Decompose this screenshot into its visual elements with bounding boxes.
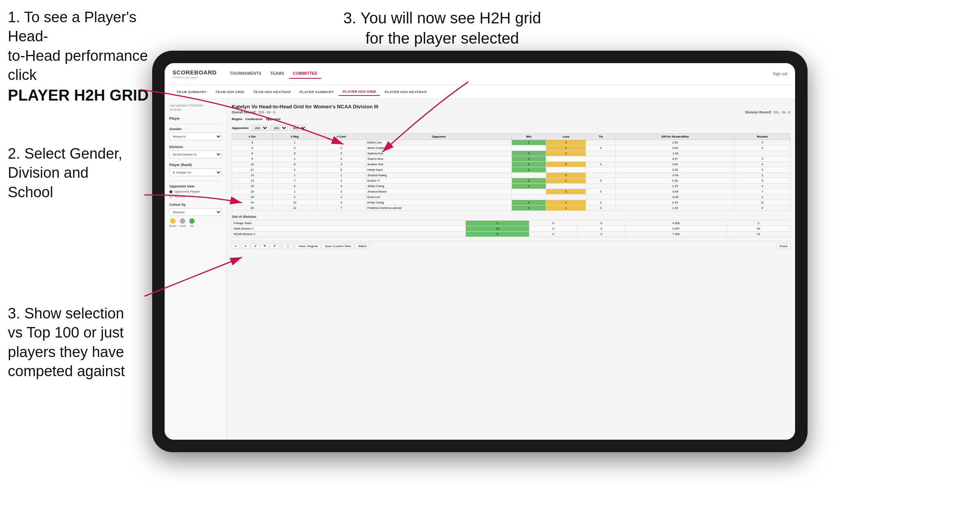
- table-row: 16 1 3 Jessica Mason 2 0 -0.94 7: [232, 189, 790, 195]
- table-row: 13 1 1 Jessica Huang 0 -3.00 2: [232, 173, 790, 178]
- sub-nav-player-summary[interactable]: PLAYER SUMMARY: [296, 88, 338, 95]
- sign-out[interactable]: Sign out: [773, 72, 787, 76]
- radio-top100[interactable]: Top 100: [169, 195, 222, 198]
- logo-text: SCOREBOARD: [172, 69, 217, 76]
- copy-btn[interactable]: ⧉: [261, 243, 269, 249]
- division-section: Division NCAA Division III: [169, 145, 222, 158]
- gender-select[interactable]: Women's: [169, 133, 222, 140]
- opponents-filter-row: Opponents: (All) (All) (All): [232, 125, 790, 131]
- toolbar-sep-2: [294, 243, 294, 249]
- bottom-toolbar: ↩ ↩ ↺ ⧉ ↺· 🕐 View: Original Save Custom …: [232, 241, 790, 251]
- col-diff: Diff Av Strokes/Rnd: [616, 134, 735, 140]
- powered-by-text: Powered by clippd: [172, 76, 217, 79]
- radio-dot-selected: [169, 190, 172, 193]
- table-row: 19 10 6 Emily Chang 4 1 0 0.30 11: [232, 200, 790, 205]
- division-select[interactable]: NCAA Division III: [169, 150, 222, 158]
- record-row: Overall Record: 353 - 34 - 6 Division Re…: [232, 110, 790, 114]
- nav-tournaments[interactable]: TOURNAMENTS: [226, 69, 265, 79]
- clock-btn[interactable]: 🕐: [283, 243, 292, 249]
- filter-conference: Conference: [245, 117, 263, 122]
- table-row: 15 8 5 Stella Cheng 1 1.25 4: [232, 184, 790, 189]
- sub-nav-player-h2h-heatmap[interactable]: PLAYER H2H HEATMAP: [381, 88, 431, 95]
- instruction-2: 2. Select Gender, Division and School: [8, 144, 123, 202]
- opponent-view-section: Opponent view Opponents Played Top 100: [169, 184, 222, 198]
- sub-nav-team-h2h-heatmap[interactable]: TEAM H2H HEATMAP: [249, 88, 295, 95]
- conference-select-filter[interactable]: (All): [271, 125, 288, 131]
- instruction-1: 1. To see a Player's Head- to-Head perfo…: [8, 8, 156, 105]
- legend-level: Level: [179, 218, 186, 227]
- legend-dot-gray: [180, 218, 185, 224]
- opponents-label: Opponents:: [232, 126, 249, 130]
- table-row: 20 11 7 Federica Domecq Lacroze 2 1 0 1.…: [232, 205, 790, 211]
- share-btn[interactable]: Share: [777, 243, 790, 249]
- main-nav: TOURNAMENTS TEAMS COMMITTEE: [226, 69, 321, 79]
- right-content: Katelyn Vo Head-to-Head Grid for Women's…: [227, 99, 795, 440]
- division-label: Division: [169, 145, 222, 149]
- watch-btn[interactable]: Watch: [355, 243, 369, 249]
- col-loss: Loss: [546, 134, 586, 140]
- legend-dot-yellow: [170, 218, 176, 224]
- player-label: Player: [169, 117, 222, 120]
- colour-by-section: Colour by Win/loss Down Level: [169, 203, 222, 227]
- opponent-view-label: Opponent view: [169, 184, 222, 188]
- toolbar-sep-1: [281, 243, 281, 249]
- player-rank-label: Player (Rank): [169, 163, 222, 167]
- table-row: 11 2 5 Heejo Hyun 1 3.33 3: [232, 167, 790, 173]
- radio-opponents-played[interactable]: Opponents Played: [169, 190, 222, 193]
- legend-down: Down: [169, 218, 176, 227]
- table-row: 10 6 3 Andrea York 2 0 0 4.00 4: [232, 162, 790, 167]
- filter-region: Region: [232, 117, 242, 122]
- opponent-select-filter[interactable]: (All): [290, 125, 307, 131]
- undo2-btn[interactable]: ↺: [251, 243, 259, 249]
- scoreboard-logo: SCOREBOARD Powered by clippd: [172, 69, 217, 79]
- col-div: # Div: [232, 134, 273, 140]
- app-header: SCOREBOARD Powered by clippd TOURNAMENTS…: [165, 63, 795, 85]
- sub-nav-player-h2h-grid[interactable]: PLAYER H2H GRID: [339, 88, 380, 96]
- player-section: Player Gender Women's: [169, 117, 222, 140]
- out-of-division-table: Foreign Team 1 0 0 4.500 2 NAIA Division…: [232, 220, 790, 237]
- redo-btn[interactable]: ↩: [241, 243, 250, 249]
- player-rank-section: Player (Rank) 8. Katelyn Vo: [169, 163, 222, 176]
- nav-committee[interactable]: COMMITTEE: [289, 69, 321, 79]
- last-updated: Last Updated: 27/03/2024 16:55:38: [169, 104, 222, 112]
- left-panel: Last Updated: 27/03/2024 16:55:38 Player…: [165, 99, 227, 440]
- out-table-row: NCAA Division 2 5 0 0 7.400 10: [232, 232, 790, 237]
- sub-nav-team-summary[interactable]: TEAM SUMMARY: [172, 88, 211, 95]
- legend-up: Up: [189, 218, 195, 227]
- table-row: 5 2 2 Alexis Sudjianto 1 0 4.00 3: [232, 145, 790, 151]
- nav-teams[interactable]: TEAMS: [266, 69, 288, 79]
- colour-legend: Down Level Up: [169, 218, 222, 227]
- sub-nav: TEAM SUMMARY TEAM H2H GRID TEAM H2H HEAT…: [165, 85, 795, 99]
- col-rounds: Rounds: [735, 134, 790, 140]
- radio-dot-top100: [169, 195, 172, 198]
- tablet: SCOREBOARD Powered by clippd TOURNAMENTS…: [152, 51, 808, 452]
- instruction-3-bottom: 3. Show selection vs Top 100 or just pla…: [8, 304, 125, 381]
- filter-row: Region Conference Opponent: [232, 117, 790, 122]
- table-row: 9 1 4 Sharon Mun 1 3.67 3: [232, 156, 790, 162]
- sub-nav-team-h2h-grid[interactable]: TEAM H2H GRID: [211, 88, 249, 95]
- gender-label: Gender: [169, 127, 222, 131]
- save-custom-btn[interactable]: Save Custom View: [322, 243, 353, 249]
- col-reg: # Reg: [273, 134, 317, 140]
- tablet-screen: SCOREBOARD Powered by clippd TOURNAMENTS…: [165, 63, 795, 440]
- h2h-table: # Div # Reg # Conf Opponent Win Loss Tie…: [232, 133, 790, 211]
- col-win: Win: [512, 134, 546, 140]
- out-of-division-label: Out of division: [232, 215, 790, 219]
- colour-by-select[interactable]: Win/loss: [169, 208, 222, 216]
- division-record: Division Record: 331 - 34 - 6: [745, 110, 790, 114]
- table-row: 6 3 3 Sydney Kuo 0 1 -1.00: [232, 151, 790, 156]
- refresh-btn[interactable]: ↺·: [270, 243, 279, 249]
- out-table-row: Foreign Team 1 0 0 4.500 2: [232, 221, 790, 226]
- undo-btn[interactable]: ↩: [232, 243, 240, 249]
- out-table-row: NAIA Division 1 15 0 0 9.267 30: [232, 226, 790, 232]
- main-content: Last Updated: 27/03/2024 16:55:38 Player…: [165, 99, 795, 440]
- opponents-select[interactable]: (All): [252, 125, 268, 131]
- filter-opponent: Opponent: [266, 117, 281, 122]
- player-rank-select[interactable]: 8. Katelyn Vo: [169, 168, 222, 176]
- legend-dot-green: [189, 218, 195, 224]
- overall-record: Overall Record: 353 - 34 - 6: [232, 110, 275, 114]
- view-original-btn[interactable]: View: Original: [296, 243, 320, 249]
- grid-title: Katelyn Vo Head-to-Head Grid for Women's…: [232, 104, 790, 110]
- col-opponent: Opponent: [366, 134, 512, 140]
- table-row: 3 1 1 Esther Lee 1 0 1.50 4: [232, 140, 790, 145]
